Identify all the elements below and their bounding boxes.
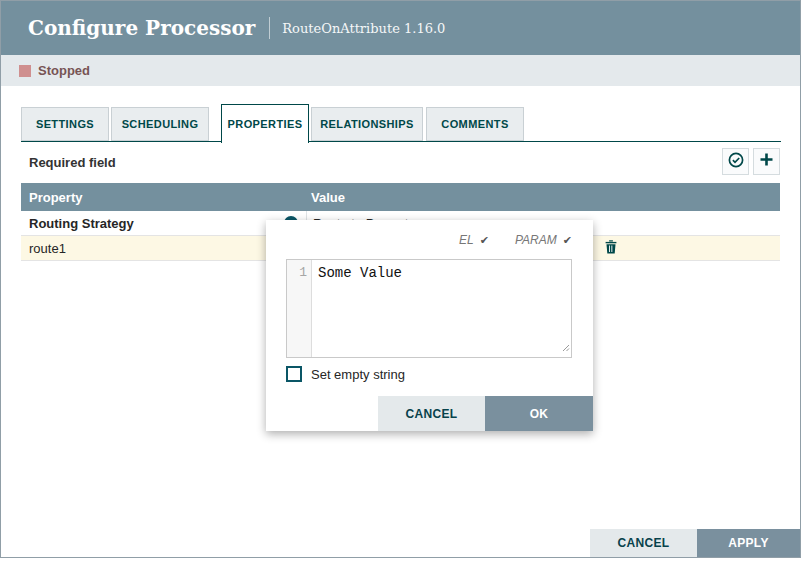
property-name: Routing Strategy [21, 216, 134, 231]
value-column-header: Value [311, 190, 345, 205]
value-text-input[interactable]: Some Value [318, 265, 567, 353]
param-supported-label: PARAM [515, 233, 557, 247]
editor-ok-button[interactable]: OK [485, 396, 593, 431]
editor-gutter: 1 [287, 260, 312, 357]
dialog-title: Configure Processor [28, 16, 255, 40]
verify-properties-button[interactable] [722, 148, 749, 175]
stopped-icon [19, 65, 31, 77]
tab-settings[interactable]: SETTINGS [21, 107, 109, 141]
tabs-underline [21, 141, 781, 142]
properties-table-header: Property Value [21, 183, 780, 211]
tab-relationships[interactable]: RELATIONSHIPS [311, 107, 423, 141]
tab-properties[interactable]: PROPERTIES [221, 104, 309, 143]
tab-comments[interactable]: COMMENTS [426, 107, 524, 141]
property-name: route1 [21, 241, 66, 256]
set-empty-string-row: Set empty string [286, 366, 405, 382]
title-separator [269, 17, 270, 39]
property-column-header: Property [21, 190, 82, 205]
set-empty-string-label: Set empty string [311, 367, 405, 382]
status-label: Stopped [38, 63, 90, 78]
required-field-label: Required field [29, 155, 116, 170]
set-empty-string-checkbox[interactable] [286, 366, 302, 382]
plus-icon [759, 152, 774, 171]
tab-bar: SETTINGS SCHEDULING PROPERTIES RELATIONS… [21, 104, 781, 144]
expression-language-flags: EL ✔ PARAM ✔ [459, 233, 572, 247]
processor-type-version: RouteOnAttribute 1.16.0 [282, 21, 445, 36]
configure-processor-dialog: Configure Processor RouteOnAttribute 1.1… [0, 0, 801, 558]
el-supported-label: EL [459, 233, 474, 247]
editor-button-bar: CANCEL OK [378, 396, 593, 431]
editor-cancel-button[interactable]: CANCEL [378, 396, 485, 431]
trash-icon [605, 240, 617, 257]
value-editor-popup: EL ✔ PARAM ✔ 1 Some Value Set empty stri… [266, 220, 593, 431]
el-check-icon: ✔ [480, 234, 489, 247]
processor-status-bar: Stopped [1, 55, 800, 86]
dialog-header: Configure Processor RouteOnAttribute 1.1… [1, 1, 800, 55]
delete-property-button[interactable] [604, 241, 617, 255]
circle-check-icon [728, 152, 744, 172]
new-property-button[interactable] [753, 148, 780, 175]
line-number: 1 [299, 265, 307, 280]
tab-scheduling[interactable]: SCHEDULING [111, 107, 209, 141]
param-check-icon: ✔ [563, 234, 572, 247]
dialog-cancel-button[interactable]: CANCEL [590, 529, 697, 557]
value-text-editor[interactable]: 1 Some Value [286, 259, 572, 358]
resize-handle-icon[interactable] [560, 338, 570, 356]
dialog-apply-button[interactable]: APPLY [697, 529, 800, 557]
